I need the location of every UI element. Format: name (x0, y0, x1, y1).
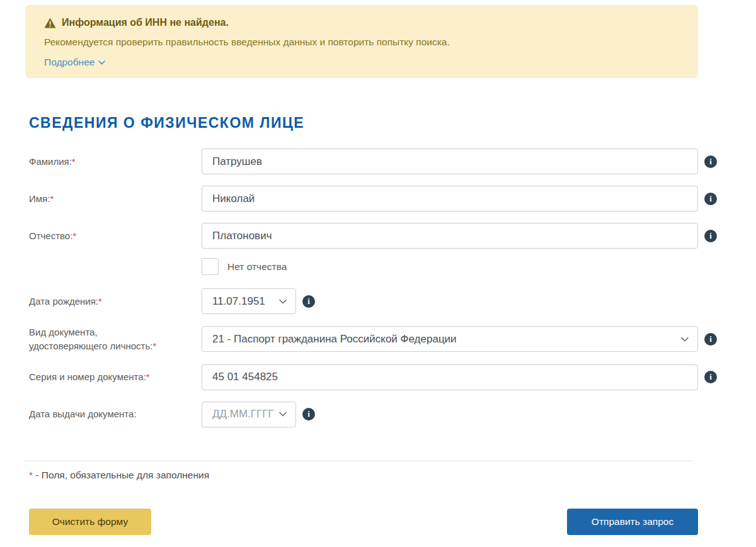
info-icon[interactable]: i (302, 295, 315, 308)
doc-number-label: Серия и номер документа:* (29, 370, 202, 384)
chevron-down-icon (279, 299, 287, 304)
warning-icon (44, 18, 56, 28)
info-icon[interactable]: i (302, 408, 315, 420)
firstname-row: Имя:* i (29, 186, 698, 211)
birthdate-label: Дата рождения:* (29, 295, 202, 308)
chevron-down-icon (279, 412, 287, 417)
required-asterisk: * (146, 371, 150, 382)
firstname-input[interactable] (202, 186, 698, 211)
patronymic-input[interactable] (202, 223, 698, 249)
lastname-input[interactable] (202, 149, 698, 174)
chevron-down-icon (681, 337, 689, 342)
chevron-down-icon (98, 60, 105, 65)
required-fields-note: * - Поля, обязательные для заполнения (29, 470, 698, 481)
doc-number-row: Серия и номер документа:* i (29, 364, 698, 390)
doc-type-row: Вид документа, удостоверяющего личность:… (29, 325, 698, 353)
lastname-label: Фамилия:* (29, 155, 202, 169)
no-patronymic-row: Нет отчества (202, 258, 698, 275)
person-form: Фамилия:* i Имя:* i Отчество:* i Н (29, 149, 698, 427)
issue-date-label: Дата выдачи документа: (29, 407, 202, 421)
no-patronymic-checkbox[interactable] (202, 258, 219, 275)
issue-date-placeholder: ДД.ММ.ГГГГ (212, 408, 274, 420)
page-title: СВЕДЕНИЯ О ФИЗИЧЕСКОМ ЛИЦЕ (29, 114, 698, 132)
info-icon[interactable]: i (704, 333, 717, 346)
alert-banner: Информация об ИНН не найдена. Рекомендуе… (25, 5, 698, 78)
birthdate-value: 11.07.1951 (212, 295, 265, 308)
required-asterisk: * (152, 341, 156, 351)
required-asterisk: * (98, 296, 102, 307)
info-icon[interactable]: i (704, 193, 717, 205)
firstname-label: Имя:* (29, 192, 202, 206)
info-icon[interactable]: i (704, 155, 717, 168)
divider (25, 461, 694, 461)
info-icon[interactable]: i (704, 230, 717, 242)
doc-type-select[interactable]: 21 - Паспорт гражданина Российской Федер… (202, 326, 698, 352)
doc-type-label: Вид документа, удостоверяющего личность:… (29, 325, 202, 353)
issue-date-row: Дата выдачи документа: ДД.ММ.ГГГГ i (29, 402, 698, 427)
patronymic-row: Отчество:* i (29, 223, 698, 249)
info-icon[interactable]: i (704, 371, 717, 383)
no-patronymic-label: Нет отчества (227, 261, 287, 273)
issue-date-select[interactable]: ДД.ММ.ГГГГ (202, 402, 296, 427)
doc-number-input[interactable] (202, 364, 698, 390)
doc-type-value: 21 - Паспорт гражданина Российской Федер… (212, 333, 457, 346)
birthdate-select[interactable]: 11.07.1951 (202, 288, 296, 314)
birthdate-row: Дата рождения:* 11.07.1951 i (29, 288, 698, 314)
required-asterisk: * (72, 156, 76, 167)
alert-message: Рекомендуется проверить правильность вве… (44, 37, 679, 48)
details-link-label: Подробнее (44, 57, 94, 68)
alert-title: Информация об ИНН не найдена. (62, 17, 229, 28)
required-asterisk: * (29, 470, 33, 480)
required-asterisk: * (50, 193, 54, 204)
details-link[interactable]: Подробнее (44, 57, 105, 68)
lastname-row: Фамилия:* i (29, 149, 698, 174)
clear-form-button[interactable]: Очистить форму (29, 509, 151, 535)
required-asterisk: * (72, 230, 76, 241)
submit-request-button[interactable]: Отправить запрос (567, 509, 698, 535)
patronymic-label: Отчество:* (29, 229, 202, 243)
